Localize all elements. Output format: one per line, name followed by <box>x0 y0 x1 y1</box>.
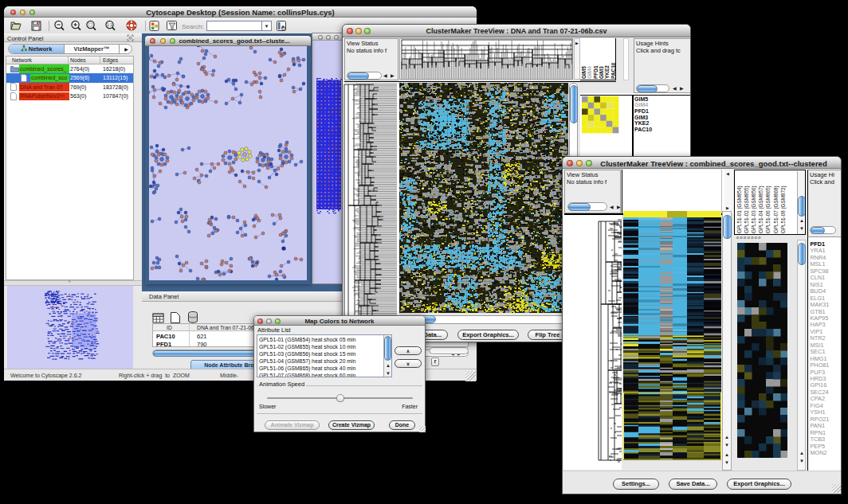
svg-text:1:1: 1:1 <box>107 22 112 27</box>
